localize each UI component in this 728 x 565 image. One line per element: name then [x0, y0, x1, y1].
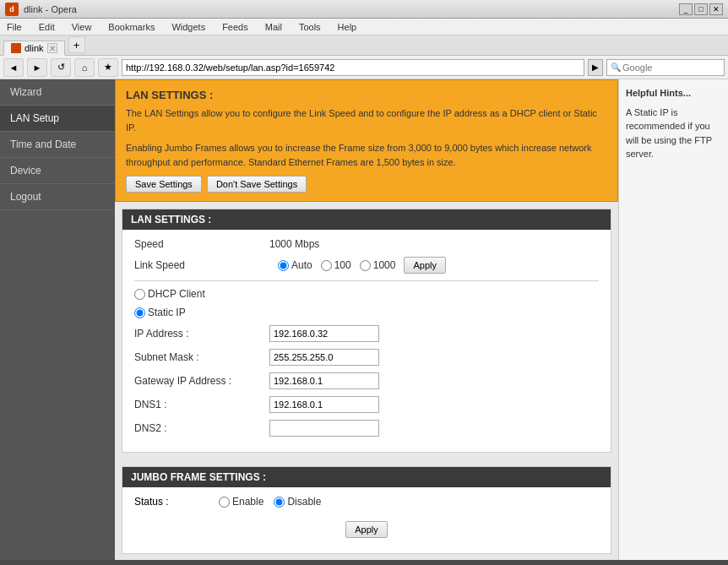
ip-address-input[interactable]: [269, 325, 379, 342]
speed-row: Speed 1000 Mbps: [134, 238, 599, 250]
jumbo-status-row: Status : Enable Disable: [134, 496, 599, 508]
url-input[interactable]: [122, 59, 584, 76]
link-auto-radio[interactable]: [278, 260, 289, 271]
save-settings-button[interactable]: Save Settings: [126, 176, 202, 193]
sidebar: Wizard LAN Setup Time and Date Device Lo…: [0, 79, 115, 560]
jumbo-settings-header: JUMBO FRAME SETTINGS :: [122, 467, 611, 487]
search-icon: 🔍: [611, 62, 621, 72]
go-button[interactable]: ▶: [588, 59, 603, 76]
ip-address-row: IP Address :: [134, 325, 599, 342]
sidebar-item-time-and-date[interactable]: Time and Date: [0, 132, 115, 158]
info-box-buttons: Save Settings Don't Save Settings: [126, 176, 607, 193]
dns2-input[interactable]: [269, 420, 379, 437]
minimize-button[interactable]: _: [679, 3, 693, 15]
sidebar-item-device[interactable]: Device: [0, 158, 115, 184]
hints-title: Helpful Hints...: [626, 86, 721, 101]
sidebar-item-logout[interactable]: Logout: [0, 184, 115, 210]
link-auto-radio-label[interactable]: Auto: [278, 259, 312, 271]
dns1-input[interactable]: [269, 396, 379, 413]
jumbo-apply-button[interactable]: Apply: [345, 521, 388, 538]
maximize-button[interactable]: □: [694, 3, 708, 15]
browser-tab[interactable]: dlink ✕: [3, 41, 65, 56]
jumbo-radio-group: Enable Disable: [219, 496, 321, 508]
static-ip-row: Static IP: [134, 307, 599, 318]
gateway-row: Gateway IP Address :: [134, 372, 599, 389]
new-tab-button[interactable]: +: [68, 36, 85, 53]
browser-title: dlink - Opera: [24, 4, 679, 14]
speed-label: Speed: [134, 238, 269, 250]
menu-view[interactable]: View: [68, 22, 95, 32]
address-bar: ◄ ► ↺ ⌂ ★ ▶ 🔍: [0, 56, 728, 79]
gateway-input[interactable]: [269, 372, 379, 389]
hints-panel: Helpful Hints... A Static IP is recommen…: [618, 79, 728, 560]
dhcp-radio-label[interactable]: DHCP Client: [134, 288, 205, 300]
link-speed-label: Link Speed: [134, 259, 269, 271]
dns1-row: DNS1 :: [134, 396, 599, 413]
menu-help[interactable]: Help: [334, 22, 361, 32]
jumbo-enable-label[interactable]: Enable: [219, 496, 263, 508]
home-button[interactable]: ⌂: [74, 58, 95, 77]
link-speed-apply-button[interactable]: Apply: [404, 257, 446, 274]
menu-mail[interactable]: Mail: [262, 22, 285, 32]
static-ip-radio-label[interactable]: Static IP: [134, 307, 186, 318]
dns2-label: DNS2 :: [134, 422, 269, 434]
dns2-row: DNS2 :: [134, 420, 599, 437]
content-area: LAN SETTINGS : The LAN Settings allow yo…: [115, 79, 618, 560]
link-speed-row: Link Speed Auto 100 1000 Apply: [134, 257, 599, 274]
lan-settings-section: LAN SETTINGS : Speed 1000 Mbps Link Spee…: [122, 209, 611, 453]
title-bar: d dlink - Opera _ □ ✕: [0, 0, 728, 19]
jumbo-settings-section: JUMBO FRAME SETTINGS : Status : Enable D…: [122, 466, 611, 554]
subnet-mask-label: Subnet Mask :: [134, 351, 269, 363]
reload-button[interactable]: ↺: [51, 58, 71, 77]
window-controls[interactable]: _ □ ✕: [679, 3, 723, 15]
menu-file[interactable]: File: [3, 22, 25, 32]
tab-label: dlink: [24, 43, 44, 53]
info-box-text2: Enabling Jumbo Frames allows you to incr…: [126, 141, 607, 169]
hints-text: A Static IP is recommended if you will b…: [626, 106, 721, 161]
menu-feeds[interactable]: Feeds: [219, 22, 252, 32]
static-ip-radio[interactable]: [134, 307, 145, 318]
info-box: LAN SETTINGS : The LAN Settings allow yo…: [115, 79, 618, 202]
lan-settings-header: LAN SETTINGS :: [122, 209, 611, 230]
jumbo-status-label: Status :: [134, 496, 219, 508]
dhcp-radio[interactable]: [134, 289, 145, 300]
sidebar-item-wizard[interactable]: Wizard: [0, 79, 115, 106]
subnet-mask-input[interactable]: [269, 349, 379, 366]
tab-close-icon[interactable]: ✕: [47, 43, 57, 53]
subnet-mask-row: Subnet Mask :: [134, 349, 599, 366]
jumbo-disable-radio[interactable]: [274, 497, 285, 508]
sidebar-item-lan-setup[interactable]: LAN Setup: [0, 106, 115, 132]
menu-bookmarks[interactable]: Bookmarks: [105, 22, 158, 32]
menu-widgets[interactable]: Widgets: [168, 22, 209, 32]
gateway-label: Gateway IP Address :: [134, 375, 269, 387]
bookmark-button[interactable]: ★: [98, 58, 118, 77]
tab-favicon: [11, 43, 21, 53]
menu-bar: File Edit View Bookmarks Widgets Feeds M…: [0, 19, 728, 35]
info-box-text1: The LAN Settings allow you to configure …: [126, 106, 607, 134]
menu-tools[interactable]: Tools: [296, 22, 324, 32]
link-100-radio[interactable]: [321, 260, 332, 271]
link-1000-radio-label[interactable]: 1000: [360, 259, 396, 271]
ip-address-label: IP Address :: [134, 328, 269, 340]
speed-value: 1000 Mbps: [269, 238, 319, 250]
close-button[interactable]: ✕: [709, 3, 723, 15]
back-button[interactable]: ◄: [3, 58, 24, 77]
menu-edit[interactable]: Edit: [35, 22, 58, 32]
dhcp-row: DHCP Client: [134, 288, 599, 300]
jumbo-disable-label[interactable]: Disable: [274, 496, 321, 508]
divider: [134, 280, 599, 281]
forward-button[interactable]: ►: [27, 58, 47, 77]
link-100-radio-label[interactable]: 100: [321, 259, 351, 271]
jumbo-enable-radio[interactable]: [219, 497, 230, 508]
search-input[interactable]: [622, 62, 715, 73]
info-box-title: LAN SETTINGS :: [126, 89, 607, 101]
app-icon: d: [5, 3, 19, 16]
dns1-label: DNS1 :: [134, 399, 269, 410]
dont-save-settings-button[interactable]: Don't Save Settings: [207, 176, 307, 193]
link-1000-radio[interactable]: [360, 260, 371, 271]
jumbo-apply-row: Apply: [134, 514, 599, 545]
